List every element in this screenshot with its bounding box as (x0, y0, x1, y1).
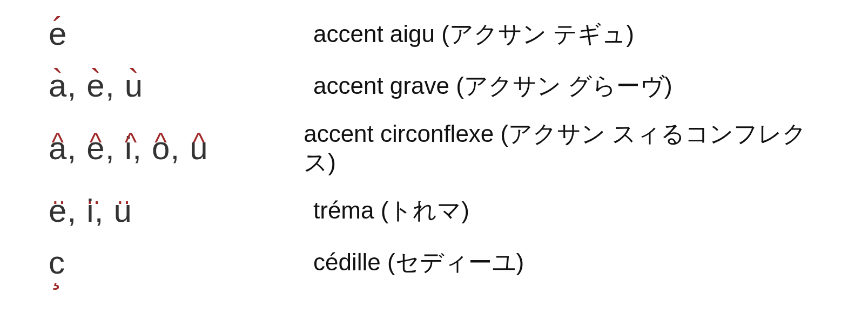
base-letter: o (152, 130, 171, 166)
separator: , (68, 67, 87, 104)
accent-description: cédille (セディーユ) (313, 248, 524, 277)
accented-char: u^ (190, 131, 208, 166)
base-letter: u (125, 67, 144, 104)
accent-description: tréma (トれマ) (313, 196, 469, 225)
base-letter: e (49, 16, 68, 52)
separator: , (68, 193, 87, 229)
base-letter: u (114, 193, 133, 229)
separator: , (105, 67, 125, 104)
accent-description: accent circonflexe (アクサン スィるコンフレクス) (304, 120, 819, 177)
accent-row: a`, e`, u`accent grave (アクサン グらーヴ) (49, 68, 819, 104)
accented-char: a` (49, 68, 68, 104)
accent-description: accent aigu (アクサン テギュ) (313, 20, 634, 49)
accent-characters: c¸ (49, 245, 313, 281)
accent-table: e´accent aigu (アクサン テギュ)a`, e`, u`accent… (49, 16, 819, 281)
accent-description: accent grave (アクサン グらーヴ) (313, 72, 672, 100)
accented-char: u` (125, 68, 144, 104)
base-letter: e (86, 67, 105, 104)
accent-row: e´accent aigu (アクサン テギュ) (49, 16, 819, 52)
base-letter: i (86, 193, 95, 229)
accented-char: e´ (49, 16, 68, 52)
separator: , (132, 130, 152, 166)
separator: , (105, 130, 125, 166)
accent-row: e‥, i‥, u‥tréma (トれマ) (49, 193, 819, 229)
accented-char: e^ (86, 131, 105, 166)
base-letter: e (86, 130, 105, 166)
accent-characters: a`, e`, u` (49, 68, 313, 104)
accent-row: c¸cédille (セディーユ) (49, 245, 819, 281)
accented-char: u‥ (114, 193, 133, 229)
accented-char: e‥ (49, 193, 68, 229)
accented-char: c¸ (49, 245, 65, 281)
base-letter: i (125, 130, 133, 166)
accent-characters: e´ (49, 16, 313, 52)
accent-row: a^, e^, i^, o^, u^accent circonflexe (アク… (49, 120, 819, 177)
separator: , (95, 193, 114, 229)
base-letter: u (190, 130, 208, 166)
accent-characters: a^, e^, i^, o^, u^ (49, 131, 304, 166)
base-letter: e (49, 193, 68, 229)
base-letter: a (49, 130, 68, 166)
separator: , (68, 130, 87, 166)
accented-char: i^ (125, 131, 133, 166)
separator: , (171, 130, 190, 166)
accented-char: a^ (49, 131, 68, 166)
base-letter: a (49, 67, 68, 104)
accent-characters: e‥, i‥, u‥ (49, 193, 313, 229)
accented-char: i‥ (86, 193, 95, 229)
base-letter: c (49, 244, 65, 281)
accented-char: o^ (152, 131, 171, 166)
accented-char: e` (86, 68, 105, 104)
